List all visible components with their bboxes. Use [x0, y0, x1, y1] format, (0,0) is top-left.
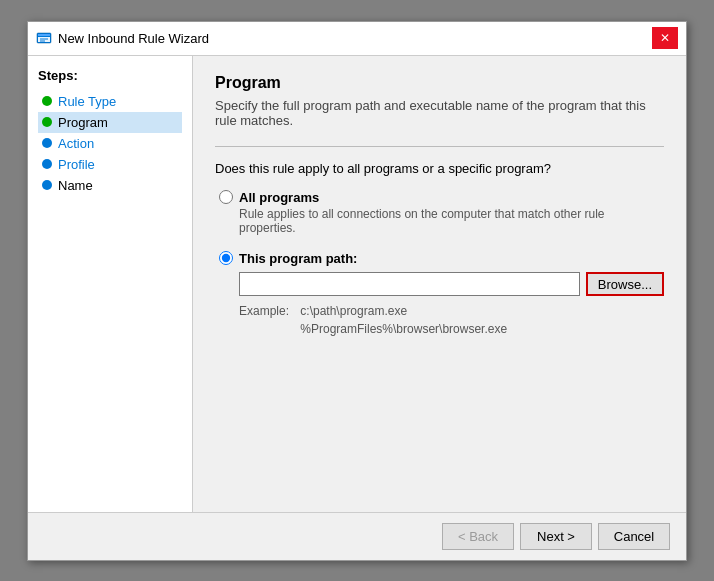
wizard-window: New Inbound Rule Wizard ✕ Steps: Rule Ty… [27, 21, 687, 561]
all-programs-radio[interactable] [219, 190, 233, 204]
footer: < Back Next > Cancel [28, 512, 686, 560]
radio-group: All programs Rule applies to all connect… [219, 190, 664, 338]
sidebar-item-name[interactable]: Name [38, 175, 182, 196]
divider [215, 146, 664, 147]
this-program-label[interactable]: This program path: [239, 251, 357, 266]
window-title: New Inbound Rule Wizard [58, 31, 209, 46]
cancel-button[interactable]: Cancel [598, 523, 670, 550]
sidebar-heading: Steps: [38, 68, 182, 83]
sidebar-item-rule-type[interactable]: Rule Type [38, 91, 182, 112]
example-line2: %ProgramFiles%\browser\browser.exe [300, 322, 507, 336]
all-programs-option: All programs Rule applies to all connect… [219, 190, 664, 235]
content-area: Steps: Rule Type Program Action Profile … [28, 56, 686, 512]
sidebar-label-program: Program [58, 115, 108, 130]
path-input-row: Browse... [239, 272, 664, 296]
question-text: Does this rule apply to all programs or … [215, 161, 664, 176]
close-button[interactable]: ✕ [652, 27, 678, 49]
this-program-option: This program path: Browse... Example: c:… [219, 251, 664, 338]
main-panel: Program Specify the full program path an… [193, 56, 686, 512]
svg-rect-1 [38, 34, 50, 36]
next-button[interactable]: Next > [520, 523, 592, 550]
sidebar-item-profile[interactable]: Profile [38, 154, 182, 175]
dot-profile [42, 159, 52, 169]
all-programs-label[interactable]: All programs [239, 190, 319, 205]
sidebar-item-action[interactable]: Action [38, 133, 182, 154]
sidebar: Steps: Rule Type Program Action Profile … [28, 56, 193, 512]
program-path-input[interactable] [239, 272, 580, 296]
dot-name [42, 180, 52, 190]
browse-button[interactable]: Browse... [586, 272, 664, 296]
example-line1: c:\path\program.exe [300, 304, 407, 318]
page-title: Program [215, 74, 664, 92]
sidebar-label-name: Name [58, 178, 93, 193]
dot-action [42, 138, 52, 148]
dot-program [42, 117, 52, 127]
title-bar: New Inbound Rule Wizard ✕ [28, 22, 686, 56]
all-programs-desc: Rule applies to all connections on the c… [239, 207, 664, 235]
sidebar-label-profile: Profile [58, 157, 95, 172]
sidebar-label-rule-type: Rule Type [58, 94, 116, 109]
this-program-radio[interactable] [219, 251, 233, 265]
back-button[interactable]: < Back [442, 523, 514, 550]
sidebar-item-program[interactable]: Program [38, 112, 182, 133]
dot-rule-type [42, 96, 52, 106]
example-text: Example: c:\path\program.exe %ProgramFil… [239, 302, 664, 338]
window-icon [36, 30, 52, 46]
example-label: Example: [239, 302, 297, 320]
sidebar-label-action: Action [58, 136, 94, 151]
page-description: Specify the full program path and execut… [215, 98, 664, 128]
